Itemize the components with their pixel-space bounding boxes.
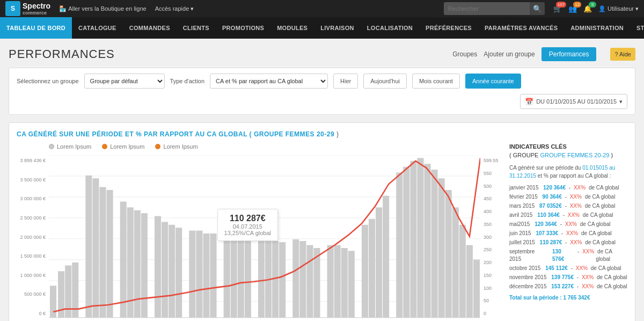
date-range-picker[interactable]: 📅 DU 01/10/2015 AU 01/10/2015 ▾: [520, 94, 627, 109]
nav-item-administration[interactable]: Administration: [564, 17, 630, 39]
y-left-6: 1 000 000 €: [20, 273, 46, 278]
svg-rect-31: [238, 236, 244, 317]
tab-performances[interactable]: Performances: [541, 47, 597, 61]
legend-dot-orange1: [102, 144, 107, 149]
chart-inner: 110 287€ 04.07.2015 13,25%/CA global: [49, 155, 480, 321]
filters-bar: Sélectionnez un groupe Groupe par défaut…: [9, 68, 635, 115]
notif-icon[interactable]: 🔔9: [583, 5, 592, 13]
nav-item-promotions[interactable]: Promotions: [216, 17, 270, 39]
search-input[interactable]: [444, 2, 530, 15]
nav-item-clients[interactable]: Clients: [177, 17, 216, 39]
tab-ajouter[interactable]: Ajouter un groupe: [484, 50, 535, 58]
notif-badge: 9: [589, 2, 596, 8]
nav-item-catalogue[interactable]: Catalogue: [72, 17, 123, 39]
logo-sub: commerce: [23, 10, 50, 16]
chart-title: CA GÉNÉRÉ SUR UNE PÉRIODE ET % PAR RAPPO…: [17, 130, 627, 138]
svg-rect-53: [424, 164, 430, 318]
svg-rect-9: [50, 286, 56, 317]
svg-rect-13: [85, 176, 92, 318]
search-bar: 🔍: [444, 2, 545, 15]
nav-bar: Tableau de bord Catalogue Commandes Clie…: [0, 17, 644, 39]
svg-rect-28: [210, 234, 216, 318]
nav-item-commandes[interactable]: Commandes: [123, 17, 177, 39]
svg-rect-55: [438, 178, 445, 318]
svg-rect-37: [292, 239, 299, 318]
chart-svg: [49, 155, 480, 321]
dropdown-icon: ▾: [619, 98, 623, 105]
legend-item-2: Lorem Ipsum: [102, 143, 144, 150]
svg-rect-17: [120, 202, 127, 318]
svg-rect-20: [141, 213, 148, 318]
indicators-rows: janvier 2015 120 364€ - XX% de CA global…: [509, 184, 627, 290]
svg-rect-19: [134, 210, 141, 318]
calendar-icon: 📅: [525, 98, 533, 106]
y-axis-right: 599.55 550 500 450 400 350 300 250 200 1…: [480, 155, 502, 321]
svg-rect-50: [403, 167, 409, 318]
indicator-row-oct: octobre 2015 145 112€ - XX% de CA global: [509, 265, 627, 272]
store-link[interactable]: 🏪 Aller vers la Boutique en ligne: [59, 5, 147, 12]
cart-icon[interactable]: 🛒107: [553, 5, 562, 13]
y-left-2: 3 000 000 €: [20, 196, 46, 201]
svg-rect-56: [445, 190, 452, 318]
nav-item-parametres[interactable]: Paramètres avancés: [478, 17, 564, 39]
action-select[interactable]: CA et % par rapport au CA global: [210, 74, 328, 89]
legend-item-1: Lorem Ipsum: [49, 143, 91, 150]
legend-dot-orange2: [155, 144, 160, 149]
indicator-row-sep: septembre 2015 130 576€ - XX% de CA glob…: [509, 248, 627, 263]
svg-rect-57: [452, 207, 459, 317]
date-range-label: DU 01/10/2015 AU 01/10/2015: [536, 98, 617, 105]
page-tabs: Groupes Ajouter un groupe Performances: [452, 47, 596, 61]
indicator-row-jan: janvier 2015 120 364€ - XX% de CA global: [509, 184, 627, 192]
svg-rect-16: [107, 190, 113, 318]
logo-icon: S: [5, 1, 20, 16]
indicator-row-nov: novembre 2015 139 775€ - XX% de CA globa…: [509, 274, 627, 281]
y-right-11: 50: [484, 298, 489, 303]
svg-rect-22: [162, 222, 168, 317]
users-icon[interactable]: 👥12: [568, 5, 577, 13]
top-icons: 🛒107 👥12 🔔9 👤 Utilisateur ▾: [553, 5, 639, 13]
y-axis-left: 3 899 436 € 3 500 000 € 3 000 000 € 2 50…: [17, 155, 49, 321]
nav-item-localisation[interactable]: Localisation: [361, 17, 419, 39]
svg-rect-38: [299, 241, 306, 318]
svg-rect-58: [459, 225, 466, 318]
svg-rect-49: [396, 172, 402, 317]
nav-item-livraison[interactable]: Livraison: [314, 17, 361, 39]
svg-rect-36: [279, 242, 286, 318]
search-button[interactable]: 🔍: [530, 2, 545, 15]
y-right-4: 400: [484, 209, 492, 214]
logo: S Spectro commerce: [5, 1, 50, 16]
y-right-2: 500: [484, 184, 492, 189]
y-right-1: 550: [484, 171, 492, 176]
nav-item-preferences[interactable]: Préférences: [419, 17, 478, 39]
indicator-row-feb: février 2015 90 364€ - XX% de CA global: [509, 193, 627, 201]
nav-item-tableau[interactable]: Tableau de bord: [0, 17, 72, 39]
svg-rect-39: [306, 245, 313, 318]
y-left-5: 1 500 000 €: [20, 253, 46, 259]
btn-mois[interactable]: Mois courant: [412, 74, 460, 89]
svg-rect-33: [258, 236, 265, 317]
y-right-9: 150: [484, 273, 492, 278]
nav-item-modules[interactable]: Modules: [270, 17, 314, 39]
indicator-row-jun: juin 2015 107 333€ - XX% de CA global: [509, 230, 627, 237]
btn-aujourdhui[interactable]: Aujourd'hui: [363, 74, 407, 89]
users-badge: 12: [573, 2, 581, 8]
btn-hier[interactable]: Hier: [333, 74, 358, 89]
btn-annee[interactable]: Année courante: [465, 74, 521, 89]
cart-badge: 107: [556, 2, 566, 8]
quick-access-link[interactable]: Accès rapide ▾: [155, 5, 194, 12]
svg-rect-21: [155, 216, 161, 318]
tab-groupes[interactable]: Groupes: [452, 50, 477, 58]
group-select[interactable]: Groupe par défaut: [84, 74, 165, 89]
svg-rect-60: [473, 260, 480, 318]
svg-rect-52: [417, 158, 423, 317]
user-menu[interactable]: 👤 Utilisateur ▾: [598, 5, 639, 12]
nav-item-statistiques[interactable]: Statistiques: [630, 17, 644, 39]
indicators-title: INDICATEURS CLÉS: [509, 143, 627, 150]
svg-rect-26: [196, 231, 202, 318]
chart-section: CA GÉNÉRÉ SUR UNE PÉRIODE ET % PAR RAPPO…: [9, 122, 635, 321]
svg-rect-41: [327, 245, 334, 318]
help-button[interactable]: ? Aide: [610, 48, 635, 61]
svg-rect-42: [334, 245, 341, 318]
svg-rect-47: [376, 207, 382, 317]
y-left-4: 2 000 000 €: [20, 235, 46, 240]
